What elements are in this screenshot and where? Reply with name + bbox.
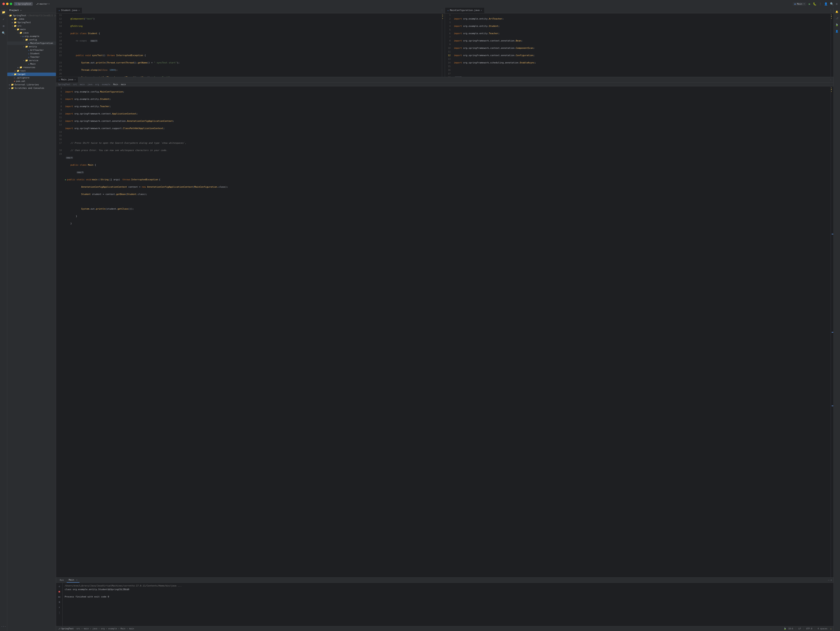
tree-item-entity[interactable]: ▾ 📁 entity	[7, 45, 56, 48]
tab-student-java[interactable]: ☕ Student.java ✕	[56, 8, 82, 13]
code-editor-student[interactable]: 11 12 13 14 16 17 18 19 20 21 22 23	[56, 13, 445, 77]
profile-icon[interactable]: 👤	[835, 29, 839, 34]
run-content: ↺ ■ ⏭ ⏸ ⬇ ⋮ /Users/eve/Library/Java/Java…	[56, 583, 834, 626]
statusbar-spring-icon: 🍃	[784, 628, 786, 630]
tree-item-src[interactable]: ▾ 📁 src	[7, 24, 56, 28]
run-panel: Run Main ✕ — ✕ ↺ ■ ⏭ ⏸ ⬇	[56, 577, 834, 626]
tree-item-test[interactable]: ▶ 📁 test	[7, 69, 56, 73]
statusbar-indent[interactable]: 4 spaces	[818, 628, 827, 630]
tree-item-main[interactable]: ▾ 📁 main	[7, 28, 56, 31]
resume-icon[interactable]: ⏭	[57, 595, 62, 599]
statusbar: ⎇ SpringTest › src › main › java › org ›…	[56, 626, 834, 631]
tree-item-idea[interactable]: ▶ 📁 .idea	[7, 17, 56, 21]
branch-tag[interactable]: ⎇ master ▾	[34, 2, 51, 6]
settings-icon[interactable]: ⚙	[836, 2, 838, 5]
editor-pane-student: ☕ Student.java ✕ ⋮ 11 12 13 14 16	[56, 8, 445, 77]
editor-pane-main: ☕ Main.java ✕ ⋮ SpringTest › src › main …	[56, 77, 834, 577]
tree-item-java[interactable]: ▾ 📁 java	[7, 31, 56, 35]
tab-label-right: MainConfiguration.java	[450, 9, 480, 12]
statusbar-git-branch[interactable]: SpringTest	[62, 628, 74, 630]
line-numbers-main: 3 4 5 6 7 8 9 10 11 12 13 14 15 16 17	[56, 87, 63, 577]
statusbar-right: 🍃 18:6 | LF | UTF-8 | 4 spaces ⚠	[784, 628, 832, 630]
panel-title: Project	[9, 9, 19, 12]
run-button[interactable]: ▶	[809, 2, 810, 5]
minimize-button[interactable]	[6, 3, 8, 5]
pause-icon[interactable]: ⏸	[57, 600, 62, 604]
more-actions-button[interactable]: ⋮	[819, 2, 822, 5]
code-with-gutters: import org.example.config.MainConfigurat…	[63, 87, 831, 577]
vcs-icon[interactable]: ⎇	[835, 16, 839, 21]
project-icon: S	[16, 2, 17, 5]
tab-run[interactable]: Run	[58, 578, 66, 582]
breadcrumb: SpringTest › src › main › java › org › e…	[56, 83, 834, 87]
tree-item-org-example[interactable]: ▾ ◎ org.example	[7, 35, 56, 38]
statusbar-position[interactable]: 18:6	[788, 628, 793, 630]
search-icon[interactable]: 🔍	[830, 2, 834, 5]
tree-item-resources[interactable]: ▶ 📁 resources	[7, 66, 56, 69]
titlebar-right: ◉ Main ▾ ▶ 🐛 ⋮ 👤 🔍 ⚙	[793, 2, 838, 6]
sidebar-find-icon[interactable]: 🔍	[1, 30, 6, 36]
stop-icon[interactable]: ■	[57, 589, 62, 594]
tree-item-student[interactable]: ☕ Student	[7, 52, 56, 55]
tab-mainconfig-java[interactable]: ☕ MainConfiguration.java ✕	[445, 8, 485, 13]
java-icon-right: ☕	[447, 9, 449, 12]
traffic-lights	[2, 3, 12, 5]
error-gutter-student: ⚠ 7 ▾	[442, 13, 445, 77]
tree-item-artteacher[interactable]: ☕ ArtTeacher	[7, 48, 56, 52]
run-output-line2	[65, 592, 832, 595]
tree-item-teacher[interactable]: ☕ Teacher	[7, 55, 56, 59]
statusbar-lf[interactable]: LF	[799, 628, 801, 630]
java-icon: ☕	[58, 9, 60, 12]
tab-label-main: Main.java	[61, 78, 73, 81]
tab-more-actions[interactable]: ⋮	[439, 9, 445, 12]
tree-item-external-libraries[interactable]: ▶ 📁 External Libraries	[7, 83, 56, 87]
rerun-icon[interactable]: ↺	[57, 584, 62, 588]
tree-item-config[interactable]: ▾ 📁 config	[7, 38, 56, 41]
tree-item-target[interactable]: ▶ 📁 target	[7, 73, 56, 76]
sidebar-structure-icon[interactable]: ⊞	[1, 23, 6, 29]
tree-item-service[interactable]: ▾ 📁 service	[7, 59, 56, 62]
account-icon[interactable]: 👤	[824, 2, 827, 5]
run-tab-close-icon[interactable]: ✕	[76, 579, 77, 581]
tree-item-scratches[interactable]: ▶ 📁 Scratches and Consoles	[7, 87, 56, 90]
minimize-panel-icon[interactable]: —	[828, 579, 829, 581]
filter-icon[interactable]: ⋮	[57, 610, 62, 615]
tab-close-right-icon[interactable]: ✕	[481, 9, 482, 11]
close-panel-icon[interactable]: ✕	[831, 579, 832, 581]
tab-close-icon[interactable]: ✕	[79, 9, 80, 11]
code-editor-main[interactable]: 3 4 5 6 7 8 9 10 11 12 13 14 15 16 17	[56, 87, 834, 577]
tab-more-actions-main[interactable]: ⋮	[828, 79, 834, 81]
line-numbers-student: 11 12 13 14 16 17 18 19 20 21 22 23	[56, 13, 63, 77]
chevron-down-icon: ▾	[48, 3, 49, 5]
tab-main-java[interactable]: ☕ Main.java ✕	[56, 77, 78, 82]
maximize-button[interactable]	[10, 3, 12, 5]
project-tree: ▾ 📁 SpringTest ~/Desktop/CS/JavaEE/2 Jav…	[7, 13, 56, 631]
run-toolbar: ↺ ■ ⏭ ⏸ ⬇ ⋮	[56, 583, 63, 626]
code-editor-mainconfig[interactable]: 1 2 3 4 5 6 7 8 9 10 11 12 13 14	[445, 13, 834, 77]
editors-split-top: ☕ Student.java ✕ ⋮ 11 12 13 14 16	[56, 8, 834, 77]
project-tag[interactable]: S SpringTest	[14, 2, 33, 6]
tab-close-main-icon[interactable]: ✕	[74, 79, 76, 81]
run-tabs: Run Main ✕ — ✕	[56, 577, 834, 583]
tab-main-run[interactable]: Main ✕	[67, 577, 79, 583]
statusbar-path[interactable]: src › main › java › org › example › Main…	[76, 628, 134, 630]
sidebar-project-icon[interactable]: 📁	[1, 9, 6, 15]
notifications-icon[interactable]: 🔔	[835, 9, 839, 14]
tree-item-mainconfiguration[interactable]: ☕ MainConfiguration	[7, 41, 56, 45]
statusbar-git-icon: ⎇	[58, 628, 61, 630]
spring-icon[interactable]: 🍃	[835, 22, 839, 27]
run-output-line1: class org.example.entity.Student$$Spring…	[65, 588, 832, 592]
sidebar-commit-icon[interactable]: ✓	[1, 16, 6, 22]
tree-item-gitignore[interactable]: ◌ .gitignore	[7, 76, 56, 79]
debug-button[interactable]: 🐛	[813, 2, 816, 5]
sidebar-more-icon[interactable]: ···	[1, 624, 6, 629]
tab-more-actions-right[interactable]: ⋮	[828, 9, 834, 12]
step-icon[interactable]: ⬇	[57, 605, 62, 610]
tree-item-pom[interactable]: ◈ pom.xml	[7, 79, 56, 83]
close-button[interactable]	[2, 3, 5, 5]
editor-tabs-main: ☕ Main.java ✕ ⋮	[56, 77, 834, 83]
statusbar-encoding[interactable]: UTF-8	[806, 628, 812, 630]
tree-item-main-java[interactable]: ☕ Main	[7, 62, 56, 66]
tree-item-springtest-module[interactable]: ▶ 📁 SpringTest	[7, 21, 56, 24]
tree-item-springtest[interactable]: ▾ 📁 SpringTest ~/Desktop/CS/JavaEE/2 Jav…	[7, 14, 56, 17]
